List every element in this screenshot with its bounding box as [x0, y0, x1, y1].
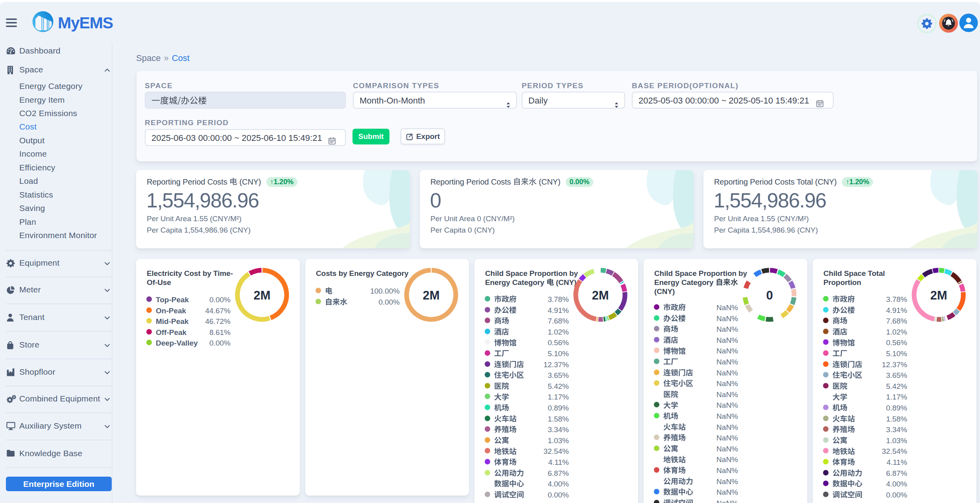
svg-text:0: 0 [766, 288, 773, 302]
